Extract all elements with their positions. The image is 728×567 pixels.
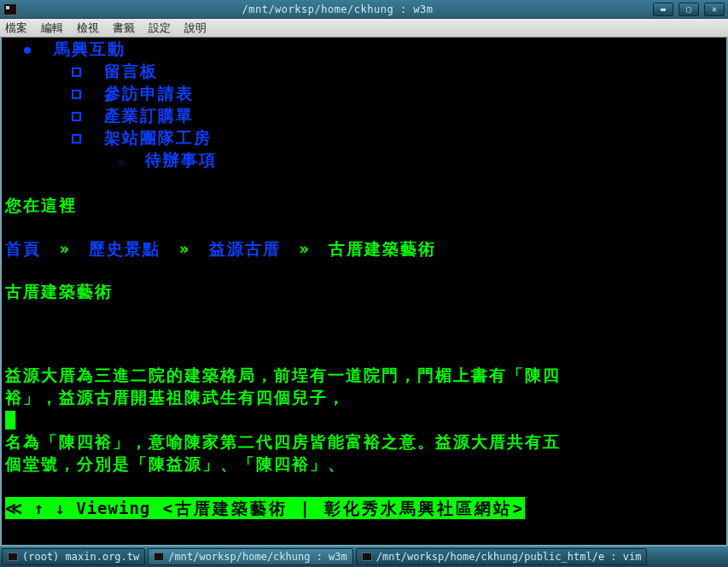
window-buttons: ▬ ▢ ✕: [653, 3, 725, 16]
nav-sub-item: ☆ 待辦事項: [118, 149, 723, 172]
nav-link[interactable]: 產業訂購單: [104, 106, 194, 125]
breadcrumb: 首頁 » 歷史景點 » 益源古厝 » 古厝建築藝術: [5, 237, 723, 260]
task-label: (root) maxin.org.tw: [22, 551, 139, 563]
nav-link[interactable]: 留言板: [104, 61, 158, 80]
body-line: 個堂號，分別是「陳益源」、「陳四裕」、: [5, 453, 723, 475]
body-line: 益源大厝為三進二院的建築格局，前埕有一道院門，門楣上書有「陳四: [5, 364, 723, 386]
nav-link[interactable]: 參訪申請表: [104, 84, 194, 102]
terminal-area[interactable]: 馬興互動 留言板 參訪申請表 產業訂購單 架站團隊工房 ☆ 待辦事項: [0, 38, 728, 547]
breadcrumb-sep: »: [299, 239, 310, 258]
page-heading: 古厝建築藝術: [5, 280, 723, 302]
window-titlebar: /mnt/worksp/home/ckhung : w3m ▬ ▢ ✕: [0, 0, 728, 19]
body-paragraph: 益源大厝為三進二院的建築格局，前埕有一道院門，門楣上書有「陳四 裕」，益源古厝開…: [5, 364, 723, 475]
bullet-icon: [24, 47, 31, 54]
task-label: /mnt/worksp/home/ckhung/public_html/e : …: [376, 551, 642, 563]
menu-file[interactable]: 檔案: [5, 20, 27, 36]
task-item-w3m[interactable]: /mnt/worksp/home/ckhung : w3m: [148, 548, 353, 565]
taskbar: (root) maxin.org.tw /mnt/worksp/home/ckh…: [0, 547, 728, 567]
menu-bar: 檔案 編輯 檢視 書籤 設定 說明: [0, 19, 728, 38]
window-title: /mnt/worksp/home/ckhung : w3m: [22, 3, 653, 15]
square-icon: [72, 67, 81, 77]
task-label: /mnt/worksp/home/ckhung : w3m: [168, 551, 347, 563]
location-label: 您在這裡: [5, 194, 723, 216]
terminal-icon: [3, 3, 17, 15]
nav-item: 架站團隊工房: [72, 126, 723, 149]
menu-edit[interactable]: 編輯: [41, 20, 63, 36]
terminal-icon: [154, 552, 164, 561]
breadcrumb-lvl1[interactable]: 歷史景點: [89, 239, 160, 258]
menu-bookmarks[interactable]: 書籤: [113, 20, 135, 36]
breadcrumb-home[interactable]: 首頁: [5, 239, 41, 258]
breadcrumb-sep: »: [59, 239, 70, 258]
task-item-vim[interactable]: /mnt/worksp/home/ckhung/public_html/e : …: [356, 548, 648, 565]
body-line: 名為「陳四裕」，意喻陳家第二代四房皆能富裕之意。益源大厝共有五: [5, 430, 723, 453]
body-line: 裕」，益源古厝開基祖陳武生有四個兒子，: [5, 386, 723, 408]
nav-link[interactable]: 架站團隊工房: [104, 128, 212, 147]
status-prefix: ≪ ↑ ↓: [5, 499, 76, 517]
square-icon: [72, 134, 81, 143]
maximize-button[interactable]: ▢: [678, 3, 699, 16]
nav-link-top[interactable]: 馬興互動: [54, 39, 125, 58]
status-doc: <古厝建築藝術 | 彰化秀水馬興社區網站>: [150, 499, 525, 517]
task-item-ssh[interactable]: (root) maxin.org.tw: [2, 548, 145, 565]
star-icon: ☆: [118, 154, 125, 169]
cursor-icon: [5, 411, 15, 430]
nav-link-sub[interactable]: 待辦事項: [145, 150, 217, 169]
nav-top-item: 馬興互動: [24, 38, 723, 60]
breadcrumb-current: 古厝建築藝術: [329, 239, 436, 258]
terminal-icon: [8, 552, 18, 561]
menu-view[interactable]: 檢視: [77, 20, 99, 36]
close-button[interactable]: ✕: [704, 3, 725, 16]
square-icon: [72, 90, 81, 99]
menu-settings[interactable]: 設定: [149, 20, 171, 36]
w3m-status-bar: ≪ ↑ ↓ Viewing <古厝建築藝術 | 彰化秀水馬興社區網站>: [5, 497, 525, 519]
status-viewing: Viewing: [76, 499, 150, 517]
nav-item: 留言板: [72, 60, 723, 82]
minimize-button[interactable]: ▬: [653, 3, 673, 16]
breadcrumb-lvl2[interactable]: 益源古厝: [209, 239, 281, 258]
nav-item: 參訪申請表: [72, 82, 723, 104]
square-icon: [72, 112, 81, 121]
nav-list: 馬興互動 留言板 參訪申請表 產業訂購單 架站團隊工房 ☆ 待辦事項: [5, 38, 723, 172]
breadcrumb-sep: »: [179, 239, 190, 258]
cursor-line: [5, 408, 723, 430]
terminal-icon: [362, 552, 372, 561]
menu-help[interactable]: 說明: [184, 20, 207, 36]
nav-item: 產業訂購單: [72, 104, 723, 126]
